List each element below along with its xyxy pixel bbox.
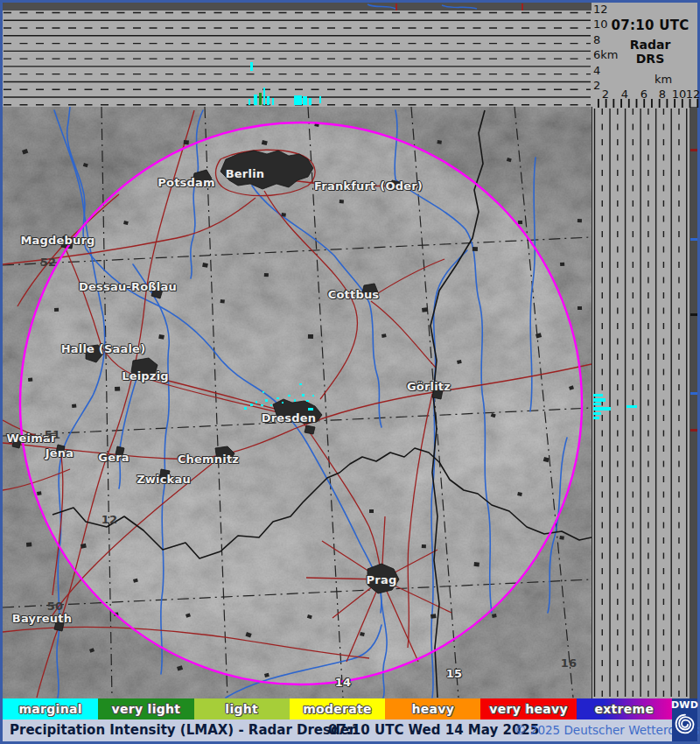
- legend-label: heavy: [411, 702, 454, 716]
- town-marker: [37, 491, 42, 495]
- echo-plan-view: [261, 404, 263, 406]
- altitude-tick-label: 2: [593, 79, 600, 92]
- town-marker: [184, 140, 189, 144]
- scale-tick: [612, 99, 614, 108]
- dwd-logo: DWD: [672, 698, 697, 741]
- grid-label: 51: [45, 428, 61, 441]
- echo-top-profile: [248, 99, 250, 105]
- echo-plan-view: [276, 397, 279, 399]
- distance-tick-label: 8: [659, 88, 666, 101]
- legend-segment-very-light: very light: [98, 698, 193, 719]
- echo-plan-view: [299, 383, 302, 385]
- timestamp: 07:10 UTC: [604, 18, 696, 33]
- radar-product-screen: 07:10 UTC Radar DRS km 121086km422468101…: [0, 0, 700, 744]
- echo-top-profile: [303, 96, 307, 105]
- city-label: Magdeburg: [20, 234, 94, 247]
- echo-top-profile: [267, 96, 270, 105]
- legend-label: moderate: [303, 702, 372, 716]
- town-marker: [264, 273, 269, 277]
- town-marker: [369, 509, 374, 513]
- city-label: Dessau-Roßlau: [79, 280, 177, 293]
- town-marker: [518, 221, 522, 224]
- dwd-spiral-icon: [674, 711, 696, 737]
- echo-plan-view: [288, 395, 290, 397]
- echo-right-profile: [593, 407, 611, 411]
- altitude-tick-label: 12: [593, 3, 608, 16]
- city-label: Zwickau: [136, 473, 191, 486]
- altitude-tick-label: 10: [593, 18, 608, 31]
- legend-segment-marginal: marginal: [3, 698, 98, 719]
- legend-label: marginal: [18, 702, 81, 716]
- town-marker: [437, 140, 442, 144]
- echo-plan-view: [265, 399, 268, 402]
- legend-label: very light: [112, 702, 181, 716]
- datetime-label: 07:10 UTC Wed 14 May 2025: [328, 722, 539, 738]
- grid-label: 12: [102, 513, 118, 526]
- town-marker: [559, 536, 564, 540]
- legend-segment-moderate: moderate: [290, 698, 385, 719]
- city-label: Berlin: [226, 167, 265, 180]
- town-marker: [560, 263, 564, 266]
- echo-plan-view: [282, 402, 284, 404]
- city-label: Görlitz: [407, 380, 451, 393]
- echo-plan-view: [294, 399, 296, 402]
- town-marker: [308, 334, 313, 339]
- city-label: Frankfurt (Oder): [314, 179, 423, 193]
- town-marker: [578, 306, 582, 310]
- scale-tick: [628, 99, 630, 108]
- city-label: Bayreuth: [12, 612, 72, 625]
- grid-label: 15: [446, 667, 463, 680]
- echo-right-profile: [593, 403, 601, 405]
- city-label: Gera: [98, 451, 129, 464]
- city-label: Chemnitz: [178, 453, 239, 466]
- city-label: Halle (Saale): [61, 342, 146, 355]
- town-marker: [340, 200, 344, 203]
- echo-top-profile: [272, 98, 274, 105]
- legend-label: extreme: [594, 702, 654, 716]
- town-marker: [26, 543, 32, 547]
- echo-top-profile: [250, 62, 253, 71]
- echo-top-profile: [259, 93, 262, 105]
- legend-segment-heavy: heavy: [385, 698, 480, 719]
- town-marker: [382, 333, 387, 338]
- city-label: Cottbus: [328, 288, 380, 301]
- echo-plan-view: [308, 408, 313, 411]
- altitude-tick-label: 6km: [593, 48, 618, 61]
- town-marker: [422, 307, 428, 312]
- scale-tick: [598, 99, 599, 108]
- altitude-tick-label: 4: [593, 64, 600, 77]
- grid-label: 16: [561, 656, 578, 670]
- town-marker: [220, 299, 225, 304]
- echo-plan-view: [256, 401, 257, 404]
- status-bar: Precipitation Intensity (LMAX) - Radar D…: [3, 719, 672, 741]
- distance-tick-label: 2: [602, 88, 609, 101]
- echo-right-profile: [593, 398, 606, 402]
- echo-top-profile: [294, 95, 302, 105]
- town-marker: [422, 544, 426, 548]
- scale-tick: [636, 99, 638, 108]
- town-marker: [158, 334, 164, 340]
- echo-plan-view: [270, 404, 272, 406]
- altitude-tick-label: 8: [593, 33, 600, 46]
- legend-label: very heavy: [489, 702, 568, 716]
- product-title: Precipitation Intensity (LMAX) - Radar D…: [10, 722, 359, 738]
- top-panel-rulings: [4, 13, 591, 105]
- scale-tick: [651, 99, 653, 108]
- dwd-logo-text: DWD: [671, 699, 698, 711]
- city-label: Dresden: [262, 411, 317, 425]
- legend-label: light: [225, 702, 258, 716]
- city-label: Jena: [46, 446, 74, 460]
- echo-top-profile: [319, 96, 321, 103]
- city-label: Leipzig: [122, 369, 169, 383]
- echo-right-profile: [593, 394, 603, 397]
- distance-tick-label: 12: [686, 88, 700, 101]
- echo-top-profile: [263, 88, 265, 105]
- distance-tick-label: 4: [621, 88, 628, 101]
- city-label: Prag: [367, 573, 397, 586]
- town-marker: [115, 387, 120, 391]
- radar-map: [0, 0, 700, 744]
- echo-right-profile: [626, 405, 637, 408]
- legend-segment-very-heavy: very heavy: [480, 698, 576, 719]
- town-marker: [473, 562, 479, 566]
- legend-segment-light: light: [194, 698, 290, 719]
